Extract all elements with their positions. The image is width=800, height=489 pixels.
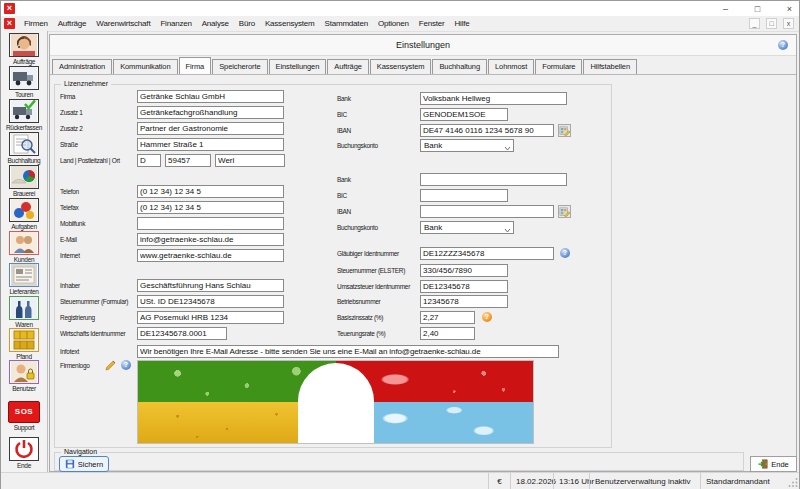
telefon-label: Telefon: [60, 188, 79, 195]
ende-button[interactable]: Ende: [750, 456, 797, 472]
iban2-generate-icon[interactable]: [558, 205, 571, 218]
mdi-child-icon[interactable]: ×: [4, 18, 15, 29]
sichern-label: Sichern: [78, 460, 103, 469]
truck-check-icon: [9, 99, 39, 123]
email-input[interactable]: [137, 233, 284, 246]
chevron-down-icon: [504, 226, 511, 235]
menu-analyse[interactable]: Analyse: [197, 19, 234, 28]
sidebar-item-rueckerfassen[interactable]: Rückerfassen: [1, 99, 47, 131]
zusatz2-label: Zusatz 2: [60, 125, 83, 132]
buchungskonto2-label: Buchungskonto: [337, 224, 378, 231]
umsatzsteuer-identnummer-input[interactable]: [420, 280, 508, 293]
ort-input[interactable]: [215, 154, 285, 167]
mdi-close-icon[interactable]: x: [783, 18, 794, 29]
steuernummer-formular-input[interactable]: [137, 295, 284, 308]
land-input[interactable]: [137, 154, 161, 167]
tab-hilfstabellen[interactable]: Hilfstabellen: [583, 59, 637, 74]
sidebar: Aufträge Touren Rückerfassen Buchhaltung…: [1, 31, 48, 472]
tab-kommunikation[interactable]: Kommunikation: [113, 59, 177, 74]
maximize-icon[interactable]: □: [752, 4, 763, 14]
inhaber-input[interactable]: [137, 279, 284, 292]
infotext-input[interactable]: [137, 345, 559, 358]
mobilfunk-input[interactable]: [137, 217, 284, 230]
sidebar-label: Support: [1, 424, 47, 431]
buchungskonto2-select[interactable]: Bank: [420, 221, 514, 234]
truck-icon: [9, 66, 39, 90]
tab-firma[interactable]: Firma: [179, 57, 212, 74]
sidebar-item-support[interactable]: SOS Support: [1, 401, 47, 431]
bank2-input[interactable]: [420, 173, 567, 186]
sidebar-item-waren[interactable]: Waren: [1, 296, 47, 328]
internet-input[interactable]: [137, 249, 284, 262]
tabpage-border: [50, 74, 796, 75]
telefax-input[interactable]: [137, 201, 284, 214]
glaeubiger-help-icon[interactable]: ?: [560, 248, 570, 258]
bank1-input[interactable]: [420, 92, 567, 105]
sichern-button[interactable]: Sichern: [59, 456, 109, 472]
sidebar-item-kunden[interactable]: Kunden: [1, 231, 47, 263]
iban1-input[interactable]: [420, 124, 554, 137]
tab-administration[interactable]: Administration: [52, 59, 112, 74]
iban1-generate-icon[interactable]: [558, 124, 571, 137]
sidebar-label: Ende: [1, 462, 47, 469]
menu-hilfe[interactable]: Hilfe: [450, 19, 475, 28]
logo-help-icon[interactable]: ?: [121, 360, 131, 370]
sidebar-item-ende[interactable]: Ende: [1, 437, 47, 469]
firma-input[interactable]: [137, 90, 284, 103]
menu-fenster[interactable]: Fenster: [414, 19, 450, 28]
tab-kassensystem[interactable]: Kassensystem: [370, 59, 432, 74]
tab-buchhaltung[interactable]: Buchhaltung: [432, 59, 487, 74]
menu-auftraege[interactable]: Aufträge: [53, 19, 92, 28]
plz-input[interactable]: [165, 154, 211, 167]
steuernummer-elster-input[interactable]: [420, 264, 508, 277]
bank2-label: Bank: [337, 176, 351, 183]
statusbar-mandant: Standardmandant: [700, 473, 788, 489]
steuernummer-formular-label: Steuernummer (Formular): [60, 298, 128, 305]
edit-logo-pencil-icon[interactable]: [105, 359, 117, 371]
betriebsnummer-input[interactable]: [420, 295, 508, 308]
tab-lohnmost[interactable]: Lohnmost: [488, 59, 534, 74]
menu-optionen[interactable]: Optionen: [373, 19, 414, 28]
menu-items: Firmen Aufträge Warenwirtschaft Finanzen…: [19, 16, 475, 31]
sidebar-item-benutzer[interactable]: Benutzer: [1, 360, 47, 392]
sidebar-item-lieferanten[interactable]: Lieferanten: [1, 263, 47, 295]
sidebar-item-pfand[interactable]: Pfand: [1, 328, 47, 360]
statusbar-time: 13:16 Uhr: [553, 473, 589, 489]
zusatz2-input[interactable]: [137, 122, 284, 135]
mdi-minimize-icon[interactable]: _: [749, 18, 760, 29]
registrierung-input[interactable]: [137, 311, 284, 324]
tab-speicherorte[interactable]: Speicherorte: [212, 59, 267, 74]
sidebar-item-aufgaben[interactable]: Aufgaben: [1, 198, 47, 230]
wirtschafts-identnummer-input[interactable]: [137, 327, 227, 340]
bic2-input[interactable]: [420, 189, 508, 202]
menu-finanzen[interactable]: Finanzen: [155, 19, 196, 28]
zusatz1-input[interactable]: [137, 106, 284, 119]
resize-grip[interactable]: [788, 477, 798, 487]
buchungskonto1-select[interactable]: Bank: [420, 139, 514, 152]
basiszinssatz-input[interactable]: [420, 311, 475, 324]
sidebar-item-brauerei[interactable]: Brauerei: [1, 165, 47, 197]
teuerungsrate-input[interactable]: [420, 327, 475, 340]
menu-warenwirtschaft[interactable]: Warenwirtschaft: [91, 19, 155, 28]
mdi-restore-icon[interactable]: □: [766, 18, 777, 29]
close-icon[interactable]: ×: [784, 4, 795, 14]
bic1-input[interactable]: [420, 108, 508, 121]
menu-stammdaten[interactable]: Stammdaten: [320, 19, 373, 28]
tab-formulare[interactable]: Formulare: [535, 59, 582, 74]
tab-einstellungen[interactable]: Einstellungen: [269, 59, 327, 74]
buchungskonto1-label: Buchungskonto: [337, 142, 378, 149]
menu-buero[interactable]: Büro: [234, 19, 260, 28]
strasse-input[interactable]: [137, 138, 284, 151]
sidebar-item-auftraege[interactable]: Aufträge: [1, 33, 47, 65]
tab-auftraege[interactable]: Aufträge: [327, 59, 369, 74]
menu-kassensystem[interactable]: Kassensystem: [260, 19, 320, 28]
menu-firmen[interactable]: Firmen: [19, 19, 53, 28]
glaeubiger-identnummer-input[interactable]: [420, 247, 554, 260]
minimize-icon[interactable]: –: [720, 4, 731, 14]
iban2-input[interactable]: [420, 205, 554, 218]
basiszinssatz-update-icon[interactable]: ?: [482, 312, 492, 322]
sidebar-item-buchhaltung[interactable]: Buchhaltung: [1, 132, 47, 164]
telefon-input[interactable]: [137, 185, 284, 198]
sidebar-item-touren[interactable]: Touren: [1, 66, 47, 98]
help-icon[interactable]: ?: [778, 40, 788, 50]
